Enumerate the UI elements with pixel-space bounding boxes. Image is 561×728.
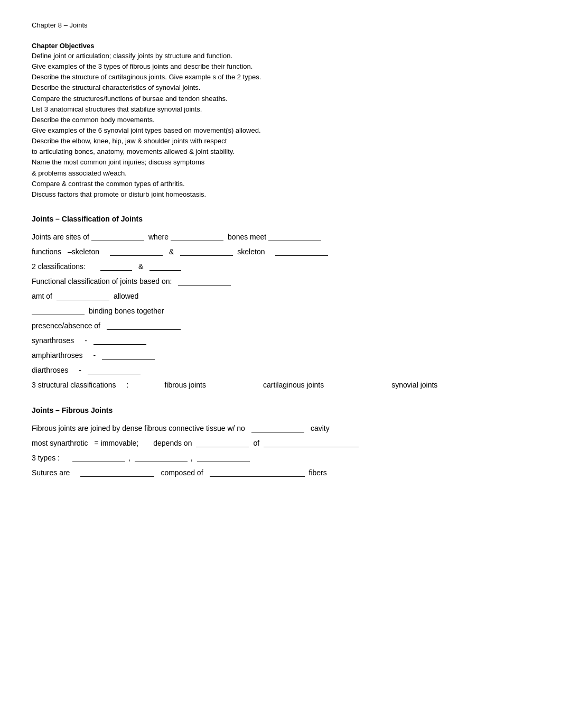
colon-label: : (127, 381, 129, 389)
amphiarthroses-line: amphiarthroses - (32, 351, 529, 360)
skeleton2-label: skeleton (237, 247, 265, 256)
three-structural-label: 3 structural classifications (32, 381, 116, 389)
blank-where (171, 233, 223, 241)
amt-line: amt of allowed (32, 292, 529, 300)
synovial-joints-label: synovial joints (391, 381, 437, 389)
joints-sites-label: Joints are sites of (32, 233, 89, 241)
sutures-line: Sutures are composed of fibers (32, 468, 529, 477)
blank-fibrous-joined (251, 424, 304, 432)
blank-diarthroses (88, 366, 141, 374)
obj-line-13: Compare & contrast the common types of a… (32, 179, 529, 189)
blank-sutures (80, 468, 154, 477)
of-label: of (253, 439, 259, 447)
obj-line-11: Name the most common joint injuries; dis… (32, 157, 529, 168)
page-header: Chapter 8 – Joints (32, 21, 529, 29)
blank-funcclass (178, 277, 231, 285)
fibrous-joined-line: Fibrous joints are joined by dense fibro… (32, 424, 529, 432)
dash3-label: - (79, 366, 81, 374)
composed-of-label: composed of (161, 468, 203, 477)
obj-line-2: Give examples of the 3 types of fibrous … (32, 61, 529, 72)
blank-class1 (100, 262, 132, 271)
equals-immovable-label: = immovable; (95, 439, 139, 447)
obj-line-8: Give examples of the 6 synovial joint ty… (32, 125, 529, 136)
fibers-label: fibers (309, 468, 327, 477)
obj-line-3: Describe the structure of cartilaginous … (32, 72, 529, 82)
blank-binding (32, 307, 85, 315)
structural-line: 3 structural classifications : fibrous j… (32, 381, 529, 389)
blank-type3 (197, 454, 250, 462)
dash1-label: - (85, 336, 87, 345)
obj-line-9: Describe the elbow, knee, hip, jaw & sho… (32, 136, 529, 146)
three-types-label: 3 types : (32, 454, 60, 462)
allowed-label: allowed (114, 292, 138, 300)
functional-class-label: Functional classification of joints base… (32, 277, 172, 285)
obj-line-6: List 3 anatomical structures that stabil… (32, 104, 529, 115)
sutures-label: Sutures are (32, 468, 70, 477)
objectives-title: Chapter Objectives (32, 42, 529, 50)
fibrous-joints-label: fibrous joints (164, 381, 206, 389)
amt-of-label: amt of (32, 292, 52, 300)
obj-line-7: Describe the common body movements. (32, 115, 529, 125)
diarthroses-line: diarthroses - (32, 366, 529, 374)
amp2-label: & (138, 262, 143, 271)
amp-label: & (169, 247, 174, 256)
chapter-objectives: Chapter Objectives Define joint or artic… (32, 42, 529, 200)
presence-label: presence/absence of (32, 321, 100, 330)
blank-bones-extra (268, 233, 321, 241)
obj-line-10: to articulating bones, anatomy, movement… (32, 146, 529, 157)
functions-line: functions –skeleton & skeleton (32, 247, 529, 256)
skeleton-label: –skeleton (68, 247, 99, 256)
blank-func3 (275, 247, 328, 256)
binding-label: binding bones together (89, 307, 164, 315)
joints-bones-label: bones meet (228, 233, 266, 241)
blank-depends2 (264, 439, 359, 447)
dash2-label: - (94, 351, 96, 360)
joints-where-label: where (148, 233, 169, 241)
section1-title: Joints – Classification of Joints (32, 215, 529, 223)
blank-func1 (110, 247, 163, 256)
synarthroses-line: synarthroses - (32, 336, 529, 345)
two-class-label: 2 classifications: (32, 262, 86, 271)
chapter-title: Chapter 8 – Joints (32, 21, 88, 29)
blank-composed (210, 468, 305, 477)
binding-line: binding bones together (32, 307, 529, 315)
blank-type2 (135, 454, 188, 462)
obj-line-5: Compare the structures/functions of burs… (32, 94, 529, 104)
blank-class2 (149, 262, 181, 271)
obj-line-4: Describe the structural characteristics … (32, 82, 529, 93)
blank-func2 (180, 247, 233, 256)
three-types-line: 3 types : , , (32, 454, 529, 462)
amphiarthroses-label: amphiarthroses (32, 351, 83, 360)
most-synarthrotic-label: most synarthrotic (32, 439, 88, 447)
blank-depends1 (196, 439, 249, 447)
blank-presence (107, 321, 181, 330)
blank-sites (91, 233, 144, 241)
synarthrotic-line: most synarthrotic = immovable; depends o… (32, 439, 529, 447)
blank-type1 (72, 454, 125, 462)
joints-sites-line: Joints are sites of where bones meet (32, 233, 529, 241)
synarthroses-label: synarthroses (32, 336, 74, 345)
obj-line-12: & problems associated w/each. (32, 168, 529, 179)
classifications-line: 2 classifications: & (32, 262, 529, 271)
blank-synarthroses (94, 336, 146, 345)
obj-line-1: Define joint or articulation; classify j… (32, 51, 529, 61)
obj-line-14: Discuss factors that promote or disturb … (32, 189, 529, 200)
functions-label: functions (32, 247, 61, 256)
depends-on-label: depends on (153, 439, 192, 447)
blank-amt (57, 292, 109, 300)
diarthroses-label: diarthroses (32, 366, 68, 374)
functional-class-line: Functional classification of joints base… (32, 277, 529, 285)
cartilaginous-joints-label: cartilaginous joints (263, 381, 324, 389)
blank-amphiarthroses (102, 351, 155, 360)
fibrous-joined-label: Fibrous joints are joined by dense fibro… (32, 424, 245, 432)
section2-title: Joints – Fibrous Joints (32, 406, 529, 414)
presence-line: presence/absence of (32, 321, 529, 330)
cavity-label: cavity (311, 424, 330, 432)
